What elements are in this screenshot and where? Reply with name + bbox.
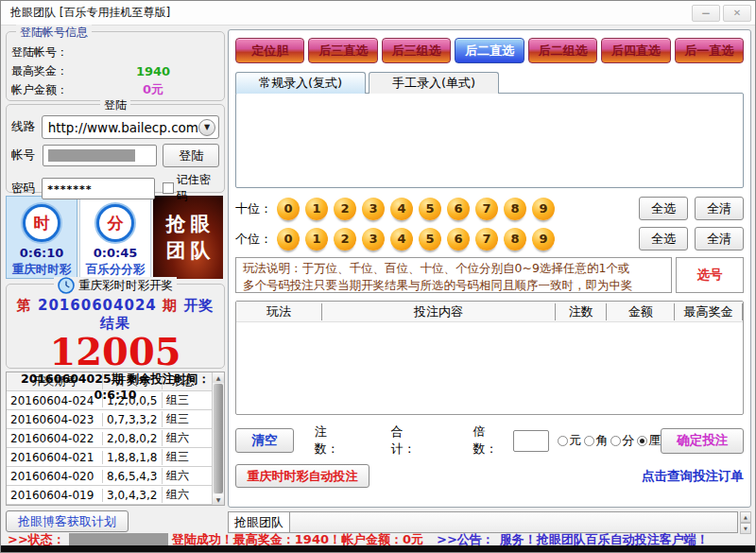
password-row: 密码 ******* 记住密码: [11, 172, 219, 204]
chevron-down-icon[interactable]: ▼: [198, 119, 215, 136]
ball-7[interactable]: 7: [475, 198, 498, 220]
ball-1[interactable]: 1: [305, 198, 328, 220]
remember-checkbox[interactable]: [163, 182, 173, 194]
entry-tabs: 常规录入(复式)手工录入(单式): [235, 72, 744, 94]
history-cell: 20160604-019: [7, 489, 102, 502]
bottom-spinner[interactable]: ▲ ▼: [740, 511, 751, 533]
clear-button[interactable]: 清空: [235, 428, 294, 453]
pick-rows: 十位：0123456789全选全清个位：0123456789全选全清: [235, 195, 744, 252]
blog-plan-button[interactable]: 抢眼博客获取计划: [6, 510, 129, 532]
play-tab-2[interactable]: 后三组选: [382, 38, 451, 63]
ball-3[interactable]: 3: [362, 198, 385, 220]
bottom-tab-team[interactable]: 抢眼团队: [228, 511, 290, 533]
pick-number-button[interactable]: 选号: [676, 257, 744, 293]
entry-tab-1[interactable]: 手工录入(单式): [369, 72, 499, 94]
balance-label: 帐户金额：: [11, 82, 87, 98]
balance-value: 0元: [87, 81, 219, 98]
clock-icon: [58, 277, 75, 294]
clock-chongqing[interactable]: 时 0:6:10 重庆时时彩: [6, 196, 77, 279]
history-row[interactable]: 20160604-0230,7,3,3,2组三: [7, 410, 212, 429]
close-button[interactable]: ✕: [723, 5, 751, 22]
ball-4[interactable]: 4: [390, 228, 413, 251]
play-tab-6[interactable]: 后一直选: [675, 38, 744, 63]
unit-option-1[interactable]: 角: [584, 432, 608, 449]
play-tab-1[interactable]: 后三直选: [308, 38, 377, 63]
ball-6[interactable]: 6: [447, 228, 470, 251]
bet-header-cell: 金额: [606, 303, 674, 320]
ball-2[interactable]: 2: [334, 228, 356, 251]
login-button[interactable]: 登陆: [163, 144, 219, 167]
confirm-bet-button[interactable]: 确定投注: [661, 428, 744, 454]
play-tab-4[interactable]: 后二组选: [528, 38, 597, 63]
entry-text-area[interactable]: [235, 93, 744, 188]
instructions-text: 玩法说明：于万位、千位、百位、十位、个位分别自0~9选择任意的1个或 多个号码投…: [235, 257, 672, 293]
history-row[interactable]: 20160604-0208,6,5,4,3组六: [7, 467, 212, 486]
bet-controls: 清空 注数： 合计： 倍数： 元角分厘 确定投注: [235, 423, 744, 458]
history-row[interactable]: 20160604-0193,0,4,3,2组六: [7, 486, 212, 505]
account-row: 登陆帐号：: [11, 43, 219, 61]
account-info-legend: 登陆帐号信息: [16, 25, 92, 41]
unit-radio-0[interactable]: [558, 436, 568, 446]
ball-1[interactable]: 1: [305, 228, 328, 251]
unit-option-0[interactable]: 元: [558, 432, 581, 449]
unit-radio-1[interactable]: [584, 436, 594, 446]
multiple-input[interactable]: [513, 430, 549, 452]
minimize-icon: ▬: [701, 11, 710, 15]
ball-9[interactable]: 9: [532, 198, 555, 220]
unit-radio-3[interactable]: [637, 436, 647, 446]
select-all-button-0[interactable]: 全选: [639, 197, 688, 220]
history-cell: 3,0,4,3,2: [102, 489, 162, 502]
clear-all-button-1[interactable]: 全清: [695, 227, 744, 251]
entry-tab-0[interactable]: 常规录入(复式): [235, 72, 366, 94]
clock-time: 0:6:10: [7, 246, 77, 260]
ball-6[interactable]: 6: [447, 198, 470, 220]
ball-0[interactable]: 0: [277, 228, 300, 251]
play-tab-5[interactable]: 后四直选: [601, 38, 670, 63]
history-row[interactable]: 20160604-0222,0,8,0,2组六: [7, 429, 212, 448]
login-account-label: 帐号: [11, 147, 43, 164]
auto-bet-button[interactable]: 重庆时时彩自动投注: [235, 464, 369, 488]
password-input[interactable]: *******: [42, 178, 155, 199]
unit-option-3[interactable]: 厘: [637, 432, 661, 449]
line-select[interactable]: http://www.bailecp.com ▼: [42, 115, 219, 139]
ball-2[interactable]: 2: [334, 198, 356, 220]
ball-7[interactable]: 7: [475, 228, 498, 251]
bet-list: 玩法投注内容注数金额最高奖金删除: [235, 301, 744, 415]
query-orders-link[interactable]: 点击查询投注订单: [642, 468, 744, 485]
ball-8[interactable]: 8: [504, 198, 526, 220]
scroll-down-icon[interactable]: ▼: [213, 494, 224, 505]
minimize-button[interactable]: ▬: [692, 5, 720, 22]
clear-all-button-0[interactable]: 全清: [695, 197, 744, 220]
ball-5[interactable]: 5: [419, 198, 441, 220]
remember-password[interactable]: 记住密码: [163, 172, 219, 204]
ball-3[interactable]: 3: [362, 228, 385, 251]
ball-0[interactable]: 0: [277, 198, 300, 220]
unit-radio-2[interactable]: [610, 436, 621, 446]
select-all-button-1[interactable]: 全选: [639, 227, 688, 251]
history-row[interactable]: 20160604-0211,8,8,1,8组三: [7, 448, 212, 467]
play-tab-0[interactable]: 定位胆: [235, 38, 304, 63]
unit-option-2[interactable]: 分: [610, 432, 634, 449]
history-cell: 20160604-023: [7, 413, 102, 426]
history-cell: 20160604-021: [7, 451, 102, 464]
history-cell: 8,6,5,4,3: [102, 470, 162, 483]
play-tab-3[interactable]: 后二直选: [455, 38, 524, 63]
hour-clock-icon: 时: [23, 204, 60, 242]
window-bottom-edge: [1, 545, 756, 552]
account-input[interactable]: [43, 145, 158, 166]
unit-label-0: 元: [569, 432, 581, 449]
bet-table-body: [236, 322, 743, 414]
ball-9[interactable]: 9: [532, 228, 555, 251]
ball-4[interactable]: 4: [390, 198, 413, 220]
draw-issue-line: 第 20160604024 期 开奖结果: [11, 297, 219, 333]
spin-up-icon[interactable]: ▲: [740, 511, 751, 523]
ball-5[interactable]: 5: [419, 228, 441, 251]
history-cell: 组六: [162, 487, 203, 503]
history-cell: 2,0,8,0,2: [102, 432, 162, 445]
history-cell: 0,7,3,3,2: [102, 413, 162, 426]
pick-row-0: 十位：0123456789全选全清: [235, 195, 744, 222]
clock-baile[interactable]: 分 0:0:45 百乐分分彩: [79, 196, 151, 279]
ball-8[interactable]: 8: [504, 228, 526, 251]
history-cell: 组六: [162, 468, 203, 484]
max-prize-row: 最高奖金： 1940: [11, 61, 219, 80]
